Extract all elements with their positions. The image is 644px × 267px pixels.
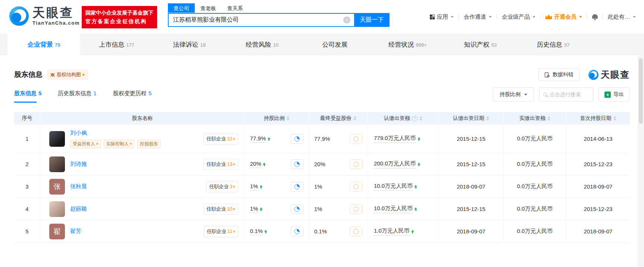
- search-tab-查老板[interactable]: 查老板: [195, 3, 222, 13]
- benefit-structure-button[interactable]: [350, 159, 362, 169]
- subscribed-value[interactable]: 779.0万元人民币: [374, 135, 416, 143]
- header-nav: 应用合作通道企业级产品开通会员此处有…: [430, 0, 636, 34]
- correction-label: 数据纠错: [553, 71, 573, 78]
- nav-item-企业级产品[interactable]: 企业级产品: [502, 13, 535, 21]
- shareholder-name-link[interactable]: 张秋晨: [70, 183, 87, 190]
- subscribed-value[interactable]: 10.0万元人民币: [374, 205, 413, 213]
- chevron-down-icon: [524, 94, 527, 96]
- export-button[interactable]: 导出: [598, 87, 630, 102]
- sort-icon[interactable]: [353, 116, 356, 121]
- orbit-icon: [353, 184, 359, 189]
- increase-arrow-icon: [264, 230, 267, 233]
- avatar[interactable]: 翟: [49, 224, 65, 239]
- chevron-down-icon: [633, 16, 636, 18]
- subtab-股东信息[interactable]: 股东信息5: [14, 90, 41, 103]
- shareholder-name-link[interactable]: 刘诗施: [70, 161, 87, 168]
- tag-受益所有人[interactable]: 受益所有人: [70, 140, 101, 148]
- cell-shareholder: 赵丽颖任职企业10: [40, 198, 245, 220]
- subscribed-value[interactable]: 10.0万元人民币: [374, 183, 413, 191]
- data-correction-button[interactable]: 数据纠错: [538, 68, 579, 81]
- tab-知识产权[interactable]: 知识产权53: [444, 34, 517, 55]
- pie-chart-button[interactable]: [291, 159, 303, 169]
- subtab-label: 股权变更历程: [113, 90, 147, 103]
- avatar[interactable]: [49, 131, 65, 147]
- tianyancha-logo[interactable]: 天眼查 TianYanCha.com: [9, 6, 80, 26]
- jobs-button[interactable]: 任职企业3: [206, 181, 238, 192]
- scrollbar-thumb[interactable]: [639, 58, 643, 124]
- equity-structure-button[interactable]: 股权结构图: [47, 69, 88, 80]
- search-button[interactable]: 天眼一下: [354, 13, 390, 27]
- avatar[interactable]: [49, 201, 65, 217]
- column-header-持股比例[interactable]: 持股比例: [245, 112, 309, 125]
- subscribed-value[interactable]: 200.0万元人民币: [374, 160, 416, 168]
- jobs-button[interactable]: 任职企业11: [204, 226, 239, 237]
- jobs-button[interactable]: 任职企业13: [203, 159, 238, 170]
- pie-chart-button[interactable]: [291, 227, 303, 236]
- section-title: 股东信息: [14, 70, 43, 80]
- nav-item-合作通道[interactable]: 合作通道: [464, 13, 492, 21]
- tab-经营风险[interactable]: 经营风险10: [226, 34, 298, 55]
- tab-count: 79: [55, 42, 60, 48]
- paid-value: 0.0万元人民币: [517, 183, 553, 190]
- ratio-value[interactable]: 1%: [250, 183, 258, 190]
- ratio-filter-dropdown[interactable]: 持股比例: [493, 87, 534, 102]
- pie-chart-button[interactable]: [291, 134, 303, 144]
- column-header-认缴出资额[interactable]: 认缴出资额: [368, 112, 439, 125]
- subscribed-value[interactable]: 1.0万元人民币: [374, 227, 410, 236]
- ratio-value[interactable]: 0.1%: [250, 228, 263, 235]
- sort-icon[interactable]: [486, 116, 489, 121]
- avatar[interactable]: [49, 156, 65, 172]
- tag-实际控制人[interactable]: 实际控制人: [104, 140, 134, 148]
- nav-item-bell[interactable]: [592, 15, 598, 19]
- tab-公司发展[interactable]: 公司发展: [298, 34, 371, 55]
- shareholder-info: 刘诗施: [70, 161, 87, 168]
- jobs-label: 任职企业: [207, 228, 226, 235]
- jobs-button[interactable]: 任职企业10: [203, 204, 238, 215]
- subtab-历史股东信息[interactable]: 历史股东信息1: [58, 90, 96, 103]
- shareholder-name-link[interactable]: 赵丽颖: [70, 205, 87, 212]
- shareholder-name-link[interactable]: 刘小枫: [70, 130, 160, 137]
- ratio-value[interactable]: 20%: [250, 161, 261, 168]
- tag-控股股东[interactable]: 控股股东: [137, 140, 160, 148]
- benefit-structure-button[interactable]: [350, 182, 362, 192]
- nav-item-应用[interactable]: 应用: [430, 13, 454, 21]
- sort-icon[interactable]: [613, 116, 616, 121]
- nav-item-此处有…[interactable]: 此处有…: [608, 13, 636, 21]
- pie-chart-button[interactable]: [291, 182, 303, 192]
- search-tab-查公司[interactable]: 查公司: [168, 3, 195, 13]
- sort-icon[interactable]: [287, 116, 290, 121]
- shareholder-name-link[interactable]: 翟芳: [70, 228, 81, 235]
- scrollbar-track[interactable]: [638, 55, 644, 267]
- nav-item-开通会员[interactable]: 开通会员: [545, 13, 582, 21]
- benefit-structure-button[interactable]: [350, 227, 362, 236]
- ratio-value[interactable]: 77.9%: [250, 135, 266, 143]
- sort-asc-icon: [419, 116, 422, 118]
- tab-count: 53: [491, 42, 497, 48]
- tab-上市信息[interactable]: 上市信息177: [80, 34, 153, 55]
- column-header-最终受益股份[interactable]: 最终受益股份: [309, 112, 368, 125]
- column-header-实缴出资额[interactable]: 实缴出资额: [504, 112, 566, 125]
- sort-icon[interactable]: [547, 116, 550, 121]
- subscribed-date: 2015-12-15: [457, 136, 485, 142]
- ratio-value[interactable]: 1%: [250, 205, 258, 213]
- tab-企业背景[interactable]: 企业背景79: [7, 34, 80, 55]
- search-input[interactable]: [168, 13, 354, 27]
- subtab-股权变更历程[interactable]: 股权变更历程5: [113, 90, 151, 103]
- jobs-button[interactable]: 任职企业22: [203, 133, 238, 145]
- sort-icon[interactable]: [419, 116, 422, 121]
- avatar[interactable]: 张: [49, 179, 65, 195]
- column-header-首次持股日期[interactable]: 首次持股日期: [566, 112, 630, 125]
- info-icon[interactable]: [412, 116, 418, 121]
- tab-经营状况[interactable]: 经营状况999+: [371, 34, 444, 55]
- pie-chart-button[interactable]: [291, 204, 303, 214]
- table-search-box[interactable]: [539, 87, 593, 102]
- top-header: 天眼查 TianYanCha.com 国家中小企业发展子基金旗下 官方备案企业征…: [0, 0, 644, 34]
- benefit-structure-button[interactable]: [350, 204, 362, 214]
- tab-法律诉讼[interactable]: 法律诉讼18: [153, 34, 226, 55]
- tab-历史信息[interactable]: 历史信息37: [517, 34, 590, 55]
- search-tab-查关系[interactable]: 查关系: [222, 3, 248, 13]
- clear-icon[interactable]: [343, 16, 350, 24]
- benefit-structure-button[interactable]: [350, 134, 362, 144]
- table-search-input[interactable]: [550, 91, 589, 97]
- column-header-认缴出资日期[interactable]: 认缴出资日期: [439, 112, 504, 125]
